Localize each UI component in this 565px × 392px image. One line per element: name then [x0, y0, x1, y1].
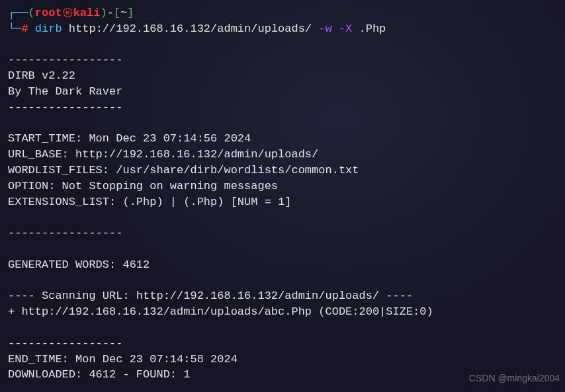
terminal-output: ┌──(root㉿kali)-[~] └─# dirb http://192.1… [8, 5, 557, 383]
command: dirb [35, 22, 62, 35]
ext-arg: .Php [359, 22, 386, 35]
url-base: URL_BASE: http://192.168.16.132/admin/up… [8, 147, 557, 163]
scanning-url: ---- Scanning URL: http://192.168.16.132… [8, 288, 557, 304]
blank-line [8, 37, 557, 53]
separator: ----------------- [8, 225, 557, 241]
flag-x: -X [339, 22, 352, 35]
corner-bottom: └─ [8, 22, 21, 35]
cwd: ~ [120, 7, 127, 19]
blank-line [8, 241, 557, 257]
prompt-user: root [35, 7, 62, 19]
separator: ----------------- [8, 100, 557, 116]
banner-version: DIRB v2.22 [8, 68, 557, 84]
banner-author: By The Dark Raver [8, 84, 557, 100]
blank-line [8, 320, 557, 336]
corner-top: ┌── [8, 7, 28, 19]
watermark: CSDN @mingkai2004 [469, 372, 560, 385]
extensions-list: EXTENSIONS_LIST: (.Php) | (.Php) [NUM = … [8, 194, 557, 210]
skull-icon: ㉿ [62, 7, 73, 19]
separator: ----------------- [8, 52, 557, 68]
prompt-host: kali [73, 7, 101, 19]
paren-open: ( [28, 7, 35, 19]
generated-words: GENERATED WORDS: 4612 [8, 257, 557, 273]
paren-close: ) [100, 7, 107, 19]
flag-w: -w [318, 22, 331, 35]
blank-line [8, 116, 557, 132]
bracket-close: ] [127, 7, 134, 19]
blank-line [8, 273, 557, 289]
blank-line [8, 210, 557, 225]
end-time: END_TIME: Mon Dec 23 07:14:58 2024 [8, 352, 557, 368]
bracket-open: [ [114, 7, 120, 19]
prompt-line-2[interactable]: └─# dirb http://192.168.16.132/admin/upl… [8, 21, 557, 37]
dash: - [107, 7, 114, 19]
start-time: START_TIME: Mon Dec 23 07:14:56 2024 [8, 131, 557, 147]
found-result: + http://192.168.16.132/admin/uploads/ab… [8, 304, 557, 320]
separator: ----------------- [8, 336, 557, 352]
prompt-line-1: ┌──(root㉿kali)-[~] [8, 5, 557, 21]
url-arg: http://192.168.16.132/admin/uploads/ [69, 22, 312, 35]
prompt-hash: # [21, 22, 28, 35]
wordlist-files: WORDLIST_FILES: /usr/share/dirb/wordlist… [8, 163, 557, 178]
option-line: OPTION: Not Stopping on warning messages [8, 178, 557, 194]
